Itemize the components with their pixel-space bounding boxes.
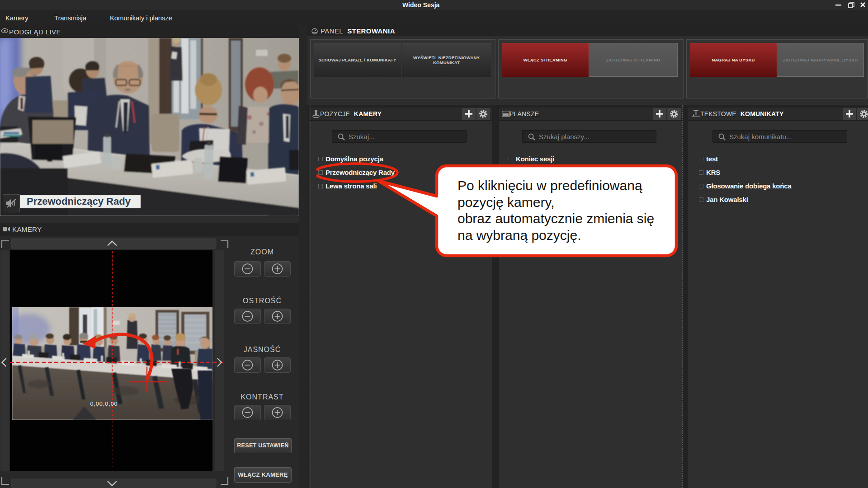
svg-text:0,00,0,00: 0,00,0,00 [90,401,118,407]
